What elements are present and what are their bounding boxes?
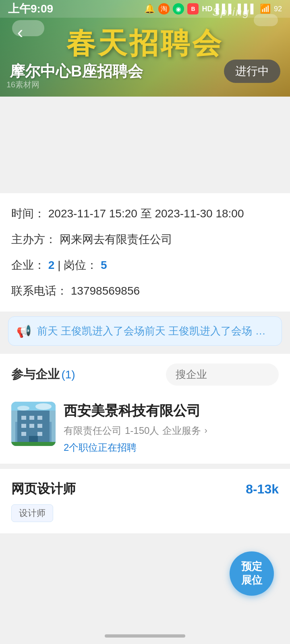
title-row: 摩尔中心B座招聘会 进行中 <box>0 60 290 83</box>
organizer-label: 主办方： <box>11 233 56 246</box>
company-logo-svg <box>11 402 56 446</box>
hd-icon: HD <box>202 5 212 13</box>
enterprise-row: 企业： 2 | 岗位： 5 <box>11 257 279 274</box>
companies-header: 参与企业 (1) <box>0 354 290 392</box>
enterprise-count: 2 <box>48 259 55 271</box>
status-bar: 上午9:09 🔔 淘 ◉ B HD ▌▌▌ ▌▌▌ 📶 92 <box>0 0 290 18</box>
svg-rect-16 <box>11 442 56 446</box>
companies-title-group: 参与企业 (1) <box>11 366 75 383</box>
info-card: 时间： 2023-11-17 15:20 至 2023-11-30 18:00 … <box>0 193 290 312</box>
position-label: 岗位： <box>64 259 97 271</box>
organizer-row: 主办方： 网来网去有限责任公司 <box>11 231 279 248</box>
time-label: 时间： <box>11 207 45 220</box>
companies-count: (1) <box>61 368 75 381</box>
contact-value: 13798569856 <box>71 285 140 297</box>
back-icon: ‹ <box>17 22 23 42</box>
svg-rect-7 <box>21 424 26 428</box>
home-indicator <box>105 634 185 638</box>
position-count: 5 <box>101 259 107 271</box>
company-size: 1-150人 <box>125 424 159 437</box>
page-title: 摩尔中心B座招聘会 <box>10 61 143 82</box>
mobile-signal-icon: ▌▌▌ <box>238 4 257 14</box>
svg-rect-5 <box>29 416 34 420</box>
job-salary: 8-13k <box>246 482 279 497</box>
announcement-text: 前天 王俊凯进入了会场前天 王俊凯进入了会场 前天 <box>37 324 273 338</box>
job-title: 网页设计师 <box>11 480 76 498</box>
company-logo <box>11 402 56 446</box>
company-meta: 有限责任公司 1-150人 企业服务 › <box>64 424 279 437</box>
back-button[interactable]: ‹ <box>8 20 32 44</box>
notification-icon: 🔔 <box>144 4 155 14</box>
boss-icon: B <box>187 3 199 14</box>
job-header-row: 网页设计师 8-13k <box>11 480 279 498</box>
svg-rect-4 <box>21 416 26 420</box>
time-row: 时间： 2023-11-17 15:20 至 2023-11-30 18:00 <box>11 205 279 222</box>
svg-rect-6 <box>37 416 42 420</box>
contact-row: 联系电话： 13798569856 <box>11 283 279 299</box>
contact-label: 联系电话： <box>11 285 68 297</box>
companies-section-title: 参与企业 <box>11 367 60 381</box>
status-badge: 进行中 <box>224 60 280 83</box>
job-listing[interactable]: 网页设计师 8-13k 设计师 <box>0 469 290 533</box>
main-content: 时间： 2023-11-17 15:20 至 2023-11-30 18:00 … <box>0 193 290 533</box>
svg-point-14 <box>35 403 52 410</box>
app2-icon: ◉ <box>173 3 184 14</box>
fab-label: 预定 展位 <box>241 560 262 587</box>
company-detail-arrow[interactable]: › <box>204 425 207 436</box>
company-type: 有限责任公司 <box>64 424 122 437</box>
svg-rect-8 <box>29 424 34 428</box>
svg-rect-10 <box>21 432 26 436</box>
signal-icon: ▌▌▌ <box>215 4 234 14</box>
organizer-value: 网来网去有限责任公司 <box>60 233 172 246</box>
job-tags: 设计师 <box>11 504 279 522</box>
taobao-icon: 淘 <box>158 3 170 14</box>
wifi-icon: 📶 <box>260 4 271 14</box>
battery-icon: 92 <box>274 5 282 13</box>
company-card[interactable]: 西安美景科技有限公司 有限责任公司 1-150人 企业服务 › 2个职位正在招聘 <box>0 392 290 464</box>
svg-point-15 <box>17 406 29 411</box>
company-jobs: 2个职位正在招聘 <box>64 441 279 454</box>
company-name: 西安美景科技有限公司 <box>64 402 279 420</box>
time-value: 2023-11-17 15:20 至 2023-11-30 18:00 <box>48 207 244 220</box>
company-info: 西安美景科技有限公司 有限责任公司 1-150人 企业服务 › 2个职位正在招聘 <box>64 402 279 454</box>
pipe-separator: | <box>58 259 64 271</box>
svg-rect-11 <box>37 432 42 436</box>
announcement-bar: 📢 前天 王俊凯进入了会场前天 王俊凯进入了会场 前天 <box>8 316 282 346</box>
company-industry: 企业服务 <box>162 424 201 437</box>
speaker-icon: 📢 <box>17 324 31 338</box>
job-tag-0: 设计师 <box>11 504 53 522</box>
companies-section: 参与企业 (1) <box>0 354 290 533</box>
svg-rect-9 <box>37 424 42 428</box>
status-icons: 🔔 淘 ◉ B HD ▌▌▌ ▌▌▌ 📶 92 <box>144 3 282 14</box>
company-search-input[interactable] <box>166 363 279 386</box>
enterprise-label: 企业： <box>11 259 45 271</box>
fab-reserve-button[interactable]: 预定 展位 <box>230 551 274 596</box>
status-time: 上午9:09 <box>8 1 53 17</box>
